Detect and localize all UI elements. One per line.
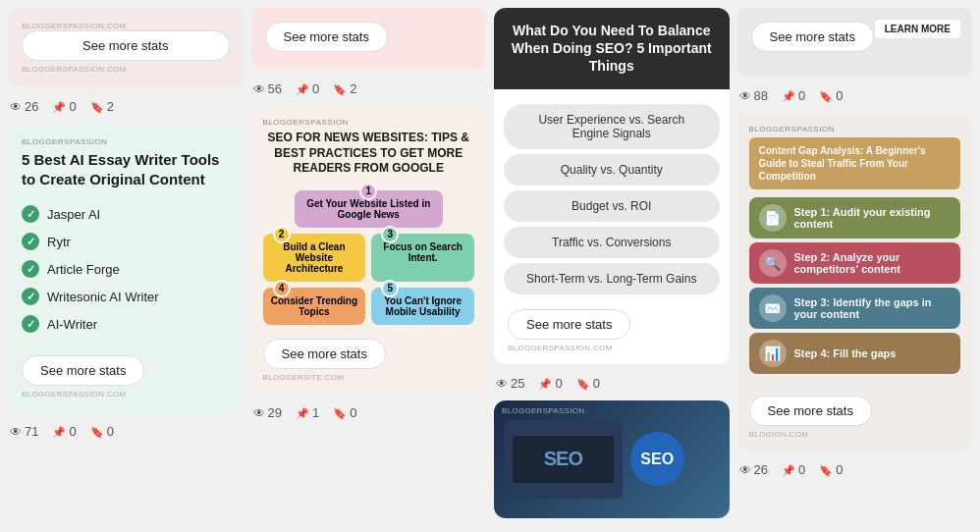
eye-icon-c4t [739, 88, 751, 103]
stats-row-seo: 29 1 0 [251, 401, 487, 422]
column-2: See more stats 56 0 2 BLOGGERSPASSION SE… [251, 8, 487, 518]
card-col2-top: See more stats [251, 8, 487, 70]
pin-icon-balance [538, 376, 552, 391]
views-count-balance: 25 [511, 376, 524, 391]
views-stat-gap: 26 [739, 462, 768, 477]
pins-count-c4t: 0 [798, 88, 805, 103]
views-stat-c2t: 56 [253, 81, 282, 96]
gap-step-4-icon: 📊 [759, 340, 787, 367]
stats-row-balance: 25 0 0 [494, 372, 730, 393]
essay-title: 5 Best AI Essay Writer Tools to Create O… [22, 150, 230, 188]
pins-count-c1t: 0 [69, 99, 76, 114]
pins-count-gap: 0 [798, 462, 805, 477]
pins-stat-c1t: 0 [52, 99, 76, 114]
balance-items-list: User Experience vs. Search Engine Signal… [494, 89, 730, 309]
save-icon-c2t [333, 81, 347, 96]
essay-item-5: AI-Writer [22, 310, 230, 338]
see-more-button-c2t[interactable]: See more stats [265, 22, 388, 52]
views-stat-c1t: 26 [10, 99, 38, 114]
saves-count-essay: 0 [107, 424, 114, 439]
gap-step-3-icon: ✉️ [759, 294, 787, 322]
gap-card-title: Content Gap Analysis: A Beginner's Guide… [749, 137, 961, 189]
seo-step-1: Get Your Website Listed in Google News [306, 198, 430, 220]
pin-icon-c4t [782, 88, 795, 103]
pin-icon-c1t [52, 99, 66, 114]
saves-count-gap: 0 [836, 462, 843, 477]
save-icon-c4t [819, 88, 833, 103]
balance-item-5: Short-Term vs. Long-Term Gains [504, 263, 720, 294]
saves-count-c4t: 0 [836, 88, 843, 103]
pin-icon-gap [782, 462, 795, 477]
pins-stat-essay: 0 [52, 424, 76, 439]
pins-stat-seo: 1 [296, 405, 319, 420]
saves-stat-essay: 0 [90, 424, 114, 439]
views-stat-seo: 29 [253, 405, 282, 420]
column-3: What Do You Need To Balance When Doing S… [494, 8, 730, 518]
check-icon-2 [22, 233, 39, 250]
saves-stat-c2t: 2 [333, 81, 356, 96]
pins-stat-gap: 0 [782, 462, 805, 477]
essay-item-4: Writesonic AI Writer [22, 283, 230, 310]
balance-item-3: Budget vs. ROI [504, 190, 720, 222]
seo-step-2: Build a Clean Website Architecture [283, 241, 345, 274]
pins-count-seo: 1 [312, 405, 319, 420]
see-more-button-essay[interactable]: See more stats [22, 355, 144, 386]
saves-stat-c4t: 0 [819, 88, 843, 103]
seo-circle-badge: SEO [630, 432, 684, 486]
pins-count-c2t: 0 [312, 81, 319, 96]
views-count-c1t: 26 [25, 99, 38, 114]
check-icon-5 [22, 315, 39, 333]
views-count-gap: 26 [754, 462, 768, 477]
balance-item-1: User Experience vs. Search Engine Signal… [504, 104, 720, 149]
views-count-seo: 29 [268, 405, 282, 420]
stats-row-c4t: 88 0 0 [737, 84, 973, 105]
gap-step-3: ✉️ Step 3: Identify the gaps in your con… [749, 288, 961, 329]
pins-stat-balance: 0 [538, 376, 562, 391]
essay-item-1: Jasper AI [22, 200, 230, 228]
balance-item-4: Traffic vs. Conversions [504, 227, 720, 258]
card-seo-photo: BLOGGERSPASSION SEO SEO [494, 400, 730, 518]
card-col4-top: See more stats LEARN MORE [737, 8, 973, 77]
stats-row-essay: 71 0 0 [8, 420, 244, 441]
source-domain-c1t: BLOGGERSPASSION.COM [22, 65, 230, 74]
save-icon-c1t [90, 99, 104, 114]
see-more-button-c4t[interactable]: See more stats [751, 22, 874, 52]
save-icon-balance [576, 376, 590, 391]
save-icon-gap [819, 462, 833, 477]
stats-row-gap: 26 0 0 [737, 458, 973, 479]
eye-icon-c1t [10, 99, 22, 114]
column-1: BLOGGERSPASSION.COM See more stats BLOGG… [8, 8, 244, 518]
see-more-button-gap[interactable]: See more stats [749, 396, 872, 426]
gap-step-2-icon: 🔍 [759, 249, 787, 277]
saves-count-balance: 0 [593, 376, 600, 391]
gap-source: BLOGGERSPASSION [749, 125, 961, 133]
stats-row-c2t: 56 0 2 [251, 78, 487, 98]
seo-step-5: Consider Trending Topics [271, 295, 357, 317]
views-count-essay: 71 [25, 424, 38, 439]
seo-step-4: You Can't Ignore Mobile Usability [384, 295, 462, 317]
pin-icon-essay [52, 424, 66, 439]
gap-step-1: 📄 Step 1: Audit your existing content [749, 197, 961, 239]
seo-steps-container: 1 Get Your Website Listed in Google News… [263, 186, 475, 339]
main-grid: BLOGGERSPASSION.COM See more stats BLOGG… [0, 0, 980, 526]
gap-step-2: 🔍 Step 2: Analyze your competitors' cont… [749, 242, 961, 284]
views-stat-essay: 71 [10, 424, 38, 439]
see-more-button-balance[interactable]: See more stats [508, 309, 630, 340]
essay-item-2: Rytr [22, 228, 230, 255]
pin-icon-c2t [296, 81, 309, 96]
seo-step-3: Focus on Search Intent. [383, 241, 463, 263]
see-more-button-seo[interactable]: See more stats [263, 339, 386, 369]
saves-stat-balance: 0 [576, 376, 600, 391]
see-more-button-c1t[interactable]: See more stats [22, 30, 230, 61]
source-label-c1t: BLOGGERSPASSION.COM [22, 22, 230, 30]
views-count-c4t: 88 [754, 88, 768, 103]
column-4: See more stats LEARN MORE 88 0 0 BLOGGER… [737, 8, 973, 518]
learn-more-button[interactable]: LEARN MORE [875, 20, 960, 38]
gap-step-1-icon: 📄 [759, 204, 787, 232]
card-balance-seo: What Do You Need To Balance When Doing S… [494, 8, 730, 364]
eye-icon-gap [739, 462, 751, 477]
gap-step-4: 📊 Step 4: Fill the gaps [749, 333, 961, 374]
card-essay-writer: BLOGGERSPASSION 5 Best AI Essay Writer T… [8, 124, 244, 412]
views-stat-c4t: 88 [739, 88, 768, 103]
photo-source: BLOGGERSPASSION [502, 406, 584, 415]
